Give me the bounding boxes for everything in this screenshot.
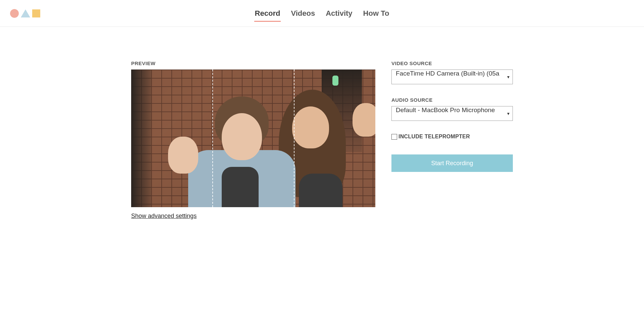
audio-source-select[interactable]: Default - MacBook Pro Microphone [391,106,513,121]
logo-triangle-icon [21,9,30,17]
top-header: Record Videos Activity How To [0,0,644,27]
video-source-select[interactable]: FaceTime HD Camera (Built-in) (05a [391,70,513,84]
settings-panel: VIDEO SOURCE FaceTime HD Camera (Built-i… [391,60,513,220]
nav-record[interactable]: Record [254,7,281,20]
camera-preview [131,70,375,207]
audio-level-indicator-icon [332,76,338,86]
audio-source-group: AUDIO SOURCE Default - MacBook Pro Micro… [391,97,513,121]
nav-howto[interactable]: How To [363,7,390,20]
video-source-group: VIDEO SOURCE FaceTime HD Camera (Built-i… [391,60,513,84]
show-advanced-settings-link[interactable]: Show advanced settings [131,213,197,220]
logo-square-icon [32,9,40,17]
logo [10,9,40,18]
nav-activity[interactable]: Activity [325,7,353,20]
rule-of-thirds-left [212,70,213,207]
preview-label: PREVIEW [131,60,375,66]
rule-of-thirds-right [294,70,294,207]
preview-shadow-left [131,70,151,207]
teleprompter-row: INCLUDE TELEPROMPTER [391,134,513,140]
nav-videos[interactable]: Videos [290,7,316,20]
teleprompter-checkbox[interactable] [391,134,397,140]
video-source-label: VIDEO SOURCE [391,60,513,66]
main-content: PREVIEW Show advanced settings [0,27,644,233]
start-recording-button[interactable]: Start Recording [391,154,513,172]
logo-circle-icon [10,9,19,18]
main-nav: Record Videos Activity How To [254,7,390,20]
teleprompter-label: INCLUDE TELEPROMPTER [398,134,470,140]
audio-source-label: AUDIO SOURCE [391,97,513,103]
preview-section: PREVIEW Show advanced settings [131,60,375,220]
preview-person-left [178,86,299,207]
